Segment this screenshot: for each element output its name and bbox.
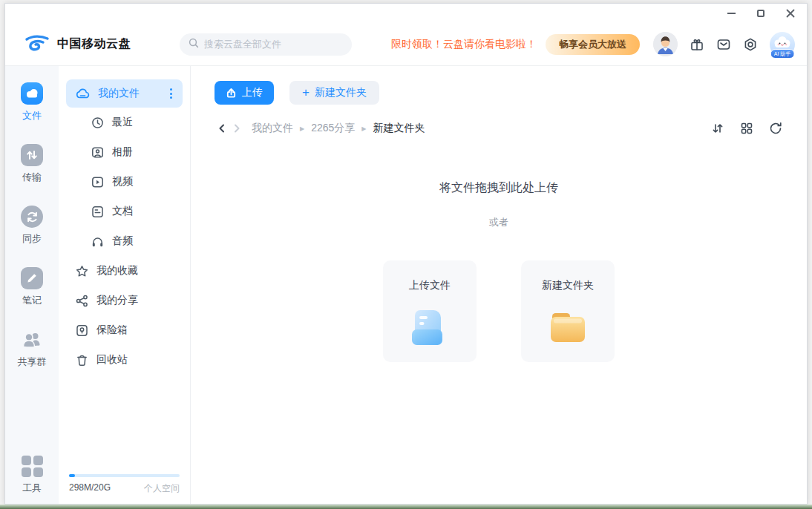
breadcrumb-bar: 我的文件 ▶ 2265分享 ▶ 新建文件夹 <box>215 121 783 136</box>
refresh-icon[interactable] <box>768 121 783 136</box>
document-icon <box>91 206 104 218</box>
new-folder-button[interactable]: + 新建文件夹 <box>289 81 379 105</box>
card-label: 新建文件夹 <box>542 279 594 292</box>
ai-assistant-mascot[interactable]: AI 助手 <box>770 32 795 57</box>
breadcrumb-current-folder: 新建文件夹 <box>373 122 425 135</box>
app-title: 中国移动云盘 <box>57 36 131 52</box>
breadcrumb-my-files[interactable]: 我的文件 <box>252 122 293 135</box>
card-label: 上传文件 <box>409 279 451 292</box>
minimize-button[interactable] <box>725 7 737 19</box>
safe-icon <box>76 324 88 337</box>
brand: 中国移动云盘 <box>24 33 131 56</box>
upload-file-card[interactable]: 上传文件 <box>383 260 477 362</box>
search-box[interactable] <box>180 33 352 56</box>
transfer-icon <box>21 144 43 166</box>
cloud-icon <box>21 82 43 105</box>
search-input[interactable] <box>204 39 330 50</box>
sidebar-item-label: 最近 <box>112 116 133 129</box>
app-window: 中国移动云盘 限时领取！云盘请你看电影啦！ 畅享会员大放送 <box>4 3 808 505</box>
nav-label: 传输 <box>22 171 42 184</box>
nav-item-notes[interactable]: 笔记 <box>21 267 43 307</box>
sidebar-item-shares[interactable]: 我的分享 <box>66 286 183 315</box>
sidebar-item-label: 音频 <box>112 234 133 248</box>
empty-state-cards: 上传文件 <box>215 260 783 362</box>
sidebar-item-label: 保险箱 <box>96 324 128 337</box>
sidebar-item-label: 相册 <box>112 145 133 159</box>
album-icon <box>91 146 104 159</box>
upload-icon <box>226 88 237 99</box>
trash-icon <box>76 354 88 367</box>
empty-state: 将文件拖拽到此处上传 或者 上传文件 <box>215 136 783 362</box>
app-logo-icon <box>24 33 50 56</box>
nav-label: 共享群 <box>18 355 47 369</box>
sort-icon[interactable] <box>710 121 725 136</box>
back-button[interactable] <box>215 121 229 136</box>
nav-item-shared-group[interactable]: 共享群 <box>18 329 47 369</box>
grid-view-icon[interactable] <box>739 121 754 136</box>
gift-icon[interactable] <box>690 37 704 52</box>
vip-promo-button[interactable]: 畅享会员大放送 <box>546 34 640 55</box>
sidebar-item-label: 回收站 <box>96 353 128 367</box>
cloud-outline-icon <box>76 88 90 99</box>
nav-item-sync[interactable]: 同步 <box>21 206 43 246</box>
sidebar-item-album[interactable]: 相册 <box>66 137 183 167</box>
upload-button[interactable]: 上传 <box>215 81 274 105</box>
sidebar-item-label: 我的分享 <box>96 294 138 307</box>
video-icon <box>91 176 104 188</box>
star-icon <box>76 265 88 278</box>
sidebar-item-recent[interactable]: 最近 <box>66 108 183 137</box>
nav-label: 工具 <box>22 482 42 495</box>
headphones-icon <box>91 235 104 248</box>
upload-file-icon <box>409 306 451 351</box>
sync-icon <box>21 206 43 228</box>
breadcrumb-separator-icon: ▶ <box>300 125 304 132</box>
body: 文件 传输 <box>5 66 807 504</box>
main-panel: 上传 + 新建文件夹 我的文件 ▶ <box>191 66 807 504</box>
storage-progress-bar <box>69 474 180 477</box>
storage-space-label: 个人空间 <box>144 482 180 495</box>
breadcrumb: 我的文件 ▶ 2265分享 ▶ 新建文件夹 <box>252 122 425 135</box>
storage-usage: 298M/20G <box>69 482 111 495</box>
settings-gear-icon[interactable] <box>743 37 758 52</box>
breadcrumb-separator-icon: ▶ <box>361 125 366 132</box>
kebab-menu-icon[interactable] <box>167 85 175 102</box>
group-icon <box>21 329 43 351</box>
sidebar-item-label: 文档 <box>112 205 133 218</box>
nav-item-files[interactable]: 文件 <box>21 82 43 122</box>
header-actions: AI 助手 <box>653 32 795 57</box>
sidebar-item-recycle-bin[interactable]: 回收站 <box>66 345 183 375</box>
titlebar <box>5 4 807 23</box>
window-controls <box>725 7 796 19</box>
note-icon <box>21 267 43 289</box>
search-icon <box>189 38 199 51</box>
share-icon <box>76 295 88 307</box>
sidebar-item-my-files[interactable]: 我的文件 <box>66 79 183 108</box>
nav-rail: 文件 传输 <box>5 66 59 504</box>
close-button[interactable] <box>785 7 796 19</box>
sidebar-item-label: 视频 <box>112 175 133 188</box>
sidebar-item-video[interactable]: 视频 <box>66 167 183 197</box>
user-avatar[interactable] <box>653 32 678 56</box>
mail-icon[interactable] <box>716 37 731 52</box>
sidebar-item-safe-box[interactable]: 保险箱 <box>66 315 183 345</box>
new-folder-card[interactable]: 新建文件夹 <box>521 260 615 362</box>
view-controls <box>710 121 783 136</box>
ai-badge: AI 助手 <box>770 49 795 59</box>
storage-meter: 298M/20G 个人空间 <box>66 474 183 495</box>
breadcrumb-2265-share[interactable]: 2265分享 <box>311 122 355 135</box>
maximize-button[interactable] <box>755 7 767 19</box>
nav-item-tools[interactable]: 工具 <box>22 456 43 495</box>
forward-button[interactable] <box>229 121 244 136</box>
drag-drop-hint: 将文件拖拽到此处上传 <box>215 180 783 196</box>
sidebar-item-audio[interactable]: 音频 <box>66 226 183 256</box>
sidebar-item-documents[interactable]: 文档 <box>66 197 183 226</box>
promo-banner-link[interactable]: 限时领取！云盘请你看电影啦！ <box>391 38 537 51</box>
sidebar-item-label: 我的文件 <box>98 87 140 100</box>
clock-icon <box>91 116 104 129</box>
sidebar-item-favorites[interactable]: 我的收藏 <box>66 256 183 286</box>
toolbar: 上传 + 新建文件夹 <box>215 81 783 105</box>
new-folder-icon <box>547 306 589 351</box>
or-label: 或者 <box>215 216 783 229</box>
sidebar-item-label: 我的收藏 <box>96 264 138 278</box>
nav-item-transfer[interactable]: 传输 <box>21 144 43 184</box>
